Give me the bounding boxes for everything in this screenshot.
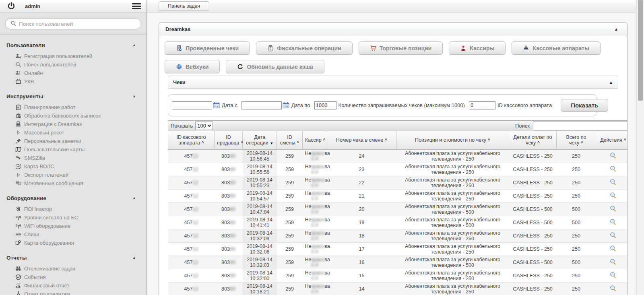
dreamkas-button[interactable]: Вебхуки	[165, 60, 220, 73]
view-receipt-magnifier-icon[interactable]	[610, 165, 617, 172]
collapse-arrow-icon[interactable]: ▲	[132, 196, 136, 200]
cell-positions: Абонентская плата за услуги кабельного т…	[396, 163, 509, 176]
sidebar-item[interactable]: SMSZilla	[0, 154, 147, 162]
tab-task-panel[interactable]: Панель задач	[159, 1, 209, 11]
view-receipt-magnifier-icon[interactable]	[610, 152, 617, 159]
sidebar-item[interactable]: Онлайн	[0, 69, 147, 77]
column-header[interactable]: Кассир ^	[303, 131, 327, 149]
collapse-arrow-icon[interactable]: ▲	[614, 27, 618, 31]
receipt-count-input[interactable]	[314, 101, 336, 109]
column-header[interactable]: ID продавца ^	[215, 131, 243, 149]
sort-desc-icon: ▼	[270, 141, 273, 145]
sidebar-item-label: Финансовый отчет	[24, 283, 69, 289]
sidebar-item[interactable]: Персональные заметки	[0, 137, 147, 145]
date-to-input[interactable]	[242, 101, 282, 109]
collapse-arrow-icon[interactable]: ▲	[132, 43, 136, 47]
sidebar-section-header[interactable]: Оборудование▲	[0, 194, 147, 202]
view-receipt-magnifier-icon[interactable]	[610, 179, 617, 186]
column-header[interactable]: Действия ^	[596, 131, 628, 149]
sidebar-item[interactable]: WiFi оборудование	[0, 222, 147, 230]
dreamkas-button[interactable]: Торговые позиции	[359, 41, 443, 55]
calendar-icon[interactable]	[213, 102, 220, 109]
date-from-input[interactable]	[172, 101, 212, 109]
dreamkas-button[interactable]: Кассиры	[449, 41, 506, 55]
cell-positions: Абонентская плата за услуги кабельного т…	[396, 269, 509, 282]
sidebar-item[interactable]: 2Обработка банковских выписок	[0, 111, 147, 120]
collapse-arrow-icon[interactable]: ▲	[609, 80, 613, 85]
sidebar-section-header[interactable]: Пользователи▲	[0, 41, 147, 50]
sidebar-item[interactable]: События	[0, 273, 147, 281]
dreamkas-button[interactable]: Кассовые аппараты	[512, 41, 601, 55]
view-receipt-magnifier-icon[interactable]	[610, 272, 617, 278]
collapse-arrow-icon[interactable]: ▲	[132, 256, 136, 260]
sidebar-section-header[interactable]: Инструменты▲	[0, 92, 147, 101]
dreamkas-button[interactable]: Проведенные чеки	[165, 41, 250, 55]
user-search[interactable]	[5, 18, 141, 29]
cell-positions: Абонентская плата за услуги кабельного т…	[396, 242, 509, 256]
sort-asc-icon: ^	[385, 138, 387, 142]
column-header[interactable]: Номер чека в смене ^	[327, 131, 396, 149]
register2-icon	[523, 45, 529, 52]
kkt-id-input[interactable]	[469, 101, 495, 109]
cell-actions	[596, 176, 628, 189]
vertical-scrollbar[interactable]	[636, 0, 644, 295]
cell-total: 250	[557, 149, 596, 163]
sidebar-item[interactable]: УКВ	[0, 77, 147, 86]
column-header-label: ID смены	[280, 134, 297, 146]
length-menu-label: Показать	[171, 123, 193, 129]
refresh-icon	[237, 64, 244, 70]
hamburger-menu-icon[interactable]	[132, 2, 141, 10]
table-search-label: Поиск	[515, 123, 530, 129]
column-header[interactable]: Детали оплат по чеку ^	[509, 131, 557, 149]
collapse-arrow-icon[interactable]: ▲	[132, 94, 136, 98]
column-header[interactable]: Всего по чеку ^	[557, 131, 596, 149]
dreamkas-panel-header[interactable]: Dreamkas ▲	[159, 23, 627, 36]
sidebar-item[interactable]: ПОНизатор	[0, 205, 147, 213]
table-search-input[interactable]	[533, 122, 627, 130]
scrollbar-thumb[interactable]	[638, 0, 643, 101]
sidebar-item[interactable]: Финансовый отчет	[0, 281, 147, 290]
sidebar-item[interactable]: Карта оборудования	[0, 239, 147, 247]
button-label: Кассиры	[470, 45, 494, 52]
dreamkas-button[interactable]: Фискальные операции	[256, 41, 353, 55]
view-receipt-magnifier-icon[interactable]	[610, 258, 617, 265]
sidebar-item[interactable]: Регистрация пользователей	[0, 52, 147, 60]
cell-cashier: НекрасоваЕ И	[303, 282, 327, 295]
column-header[interactable]: ID кассового аппарата ^	[168, 131, 215, 149]
sidebar-item-label: ПОНизатор	[24, 206, 52, 212]
view-receipt-magnifier-icon[interactable]	[610, 192, 617, 199]
sidebar-item[interactable]: Поиск пользователей	[0, 60, 147, 69]
sidebar-item[interactable]: Карта ВОЛС	[0, 162, 147, 171]
cell-receipt-number: 19	[327, 216, 396, 229]
sidebar-item[interactable]: Массовый ресет	[0, 128, 147, 137]
dreamkas-button[interactable]: Обновить данные кэша	[226, 60, 324, 73]
sidebar-item[interactable]: Отслеживание задач	[0, 264, 147, 273]
user-search-input[interactable]	[19, 21, 136, 27]
page-size-select[interactable]: 100	[195, 122, 213, 130]
calendar-icon[interactable]	[283, 102, 289, 109]
cell-operation-date: 2019-08-1410:55:23	[243, 176, 277, 189]
view-receipt-magnifier-icon[interactable]	[610, 219, 617, 225]
sidebar-item[interactable]: Мгновенные сообщения	[0, 179, 147, 188]
column-header[interactable]: Дата операции ▼	[243, 131, 277, 149]
sidebar-section-header[interactable]: Отчеты▲	[0, 253, 147, 262]
sidebar-item[interactable]: Уровни сигнала на БС	[0, 213, 147, 222]
view-receipt-magnifier-icon[interactable]	[610, 245, 617, 252]
sidebar-item[interactable]: Отчет по кредитам	[0, 290, 147, 295]
column-header[interactable]: Поизиции и стоимости по чеку ^	[396, 131, 509, 149]
sidebar-item[interactable]: Планирование работ	[0, 103, 147, 111]
sidebar-item[interactable]: Свичи	[0, 230, 147, 239]
sidebar-item[interactable]: Экспорт платежей	[0, 171, 147, 179]
cheki-panel-header[interactable]: Чеки ▲	[168, 76, 618, 89]
column-header[interactable]: ID смены ^	[277, 131, 303, 149]
view-receipt-magnifier-icon[interactable]	[610, 285, 617, 292]
sidebar-item[interactable]: Интеграция с Dreamkas	[0, 120, 147, 128]
cheki-panel-title: Чеки	[173, 79, 186, 85]
show-button[interactable]: Показать	[561, 99, 608, 111]
cell-kkt-id: 45712	[168, 149, 215, 163]
view-receipt-magnifier-icon[interactable]	[610, 232, 617, 239]
cashier-icon	[460, 45, 466, 52]
sidebar-item[interactable]: Пользовательские карты	[0, 145, 147, 154]
power-icon[interactable]	[7, 2, 15, 10]
view-receipt-magnifier-icon[interactable]	[610, 205, 617, 212]
